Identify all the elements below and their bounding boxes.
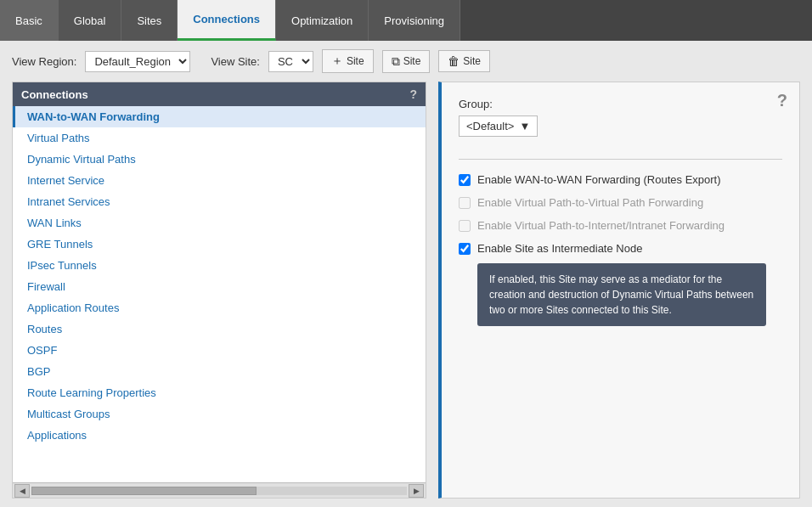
nav-item-firewall[interactable]: Firewall: [13, 276, 426, 297]
nav-item-bgp[interactable]: BGP: [13, 361, 426, 382]
nav-item-route-learning[interactable]: Route Learning Properties: [13, 382, 426, 403]
scroll-left-arrow[interactable]: ◀: [14, 484, 30, 498]
add-icon: ＋: [331, 54, 343, 69]
view-bar: View Region: Default_Region View Site: S…: [0, 41, 812, 82]
sidebar-title: Connections: [21, 88, 88, 101]
tab-global[interactable]: Global: [59, 0, 122, 41]
separator-1: [459, 159, 782, 160]
enable-vp-internet-forwarding-checkbox[interactable]: [459, 220, 471, 232]
nav-item-intranet-services[interactable]: Intranet Services: [13, 191, 426, 212]
checkbox-row-1: Enable WAN-to-WAN Forwarding (Routes Exp…: [459, 168, 782, 191]
nav-item-wan-links[interactable]: WAN Links: [13, 212, 426, 234]
nav-item-internet-service[interactable]: Internet Service: [13, 170, 426, 191]
tab-connections[interactable]: Connections: [178, 0, 276, 41]
nav-item-dynamic-virtual-paths[interactable]: Dynamic Virtual Paths: [13, 149, 426, 170]
region-label: View Region:: [12, 55, 76, 68]
scroll-thumb[interactable]: [31, 487, 257, 495]
trash-icon: 🗑: [448, 54, 460, 68]
left-sidebar: Connections ? WAN-to-WAN Forwarding Virt…: [12, 82, 426, 499]
group-value: <Default>: [466, 120, 514, 132]
nav-item-multicast-groups[interactable]: Multicast Groups: [13, 403, 426, 425]
nav-item-applications[interactable]: Applications: [13, 425, 426, 446]
main-content: View Region: Default_Region View Site: S…: [0, 41, 812, 507]
nav-item-wan-forwarding[interactable]: WAN-to-WAN Forwarding: [13, 106, 426, 127]
nav-item-virtual-paths[interactable]: Virtual Paths: [13, 127, 426, 149]
site-label: View Site:: [211, 55, 260, 68]
nav-item-ipsec-tunnels[interactable]: IPsec Tunnels: [13, 255, 426, 276]
delete-site-button[interactable]: 🗑 Site: [438, 50, 490, 72]
tab-provisioning[interactable]: Provisioning: [369, 0, 460, 41]
copy-site-button[interactable]: ⧉ Site: [382, 50, 431, 73]
nav-item-routes[interactable]: Routes: [13, 318, 426, 340]
nav-item-ospf[interactable]: OSPF: [13, 340, 426, 361]
checkbox-row-4: Enable Site as Intermediate Node: [459, 237, 782, 260]
horizontal-scrollbar[interactable]: ◀ ▶: [13, 482, 426, 498]
region-select[interactable]: Default_Region: [85, 51, 190, 72]
sidebar-nav: WAN-to-WAN Forwarding Virtual Paths Dyna…: [13, 106, 426, 482]
scroll-track[interactable]: [31, 487, 407, 495]
enable-intermediate-node-checkbox[interactable]: [459, 243, 471, 255]
enable-vp-vp-forwarding-checkbox[interactable]: [459, 197, 471, 209]
checkbox-row-2: Enable Virtual Path-to-Virtual Path Forw…: [459, 191, 782, 214]
site-select[interactable]: SC: [268, 51, 313, 72]
group-select[interactable]: <Default> ▼: [459, 115, 538, 137]
sidebar-help-icon[interactable]: ?: [409, 87, 417, 101]
checkbox-row-3: Enable Virtual Path-to-Internet/Intranet…: [459, 214, 782, 237]
sidebar-header: Connections ?: [13, 82, 426, 106]
enable-wan-forwarding-label: Enable WAN-to-WAN Forwarding (Routes Exp…: [477, 173, 721, 186]
settings-card: ? Group: <Default> ▼ Enable WAN-to-WAN F…: [438, 82, 800, 499]
scroll-right-arrow[interactable]: ▶: [409, 484, 424, 498]
tab-optimization[interactable]: Optimization: [276, 0, 369, 41]
group-label: Group:: [459, 98, 782, 110]
enable-vp-internet-forwarding-label: Enable Virtual Path-to-Internet/Intranet…: [477, 219, 725, 232]
tab-sites[interactable]: Sites: [121, 0, 178, 41]
group-dropdown-icon: ▼: [519, 120, 530, 132]
enable-intermediate-node-label: Enable Site as Intermediate Node: [477, 242, 642, 255]
nav-item-gre-tunnels[interactable]: GRE Tunnels: [13, 234, 426, 255]
card-help-icon[interactable]: ?: [777, 91, 787, 110]
right-panel: ? Group: <Default> ▼ Enable WAN-to-WAN F…: [438, 82, 800, 499]
intermediate-node-tooltip: If enabled, this Site may serve as a med…: [477, 263, 766, 326]
nav-item-application-routes[interactable]: Application Routes: [13, 297, 426, 318]
enable-wan-forwarding-checkbox[interactable]: [459, 174, 471, 186]
add-site-button[interactable]: ＋ Site: [322, 49, 374, 73]
content-columns: Connections ? WAN-to-WAN Forwarding Virt…: [0, 82, 812, 507]
enable-vp-vp-forwarding-label: Enable Virtual Path-to-Virtual Path Forw…: [477, 196, 703, 209]
top-navigation: Basic Global Sites Connections Optimizat…: [0, 0, 812, 41]
copy-icon: ⧉: [392, 54, 400, 69]
tab-basic[interactable]: Basic: [0, 0, 59, 41]
